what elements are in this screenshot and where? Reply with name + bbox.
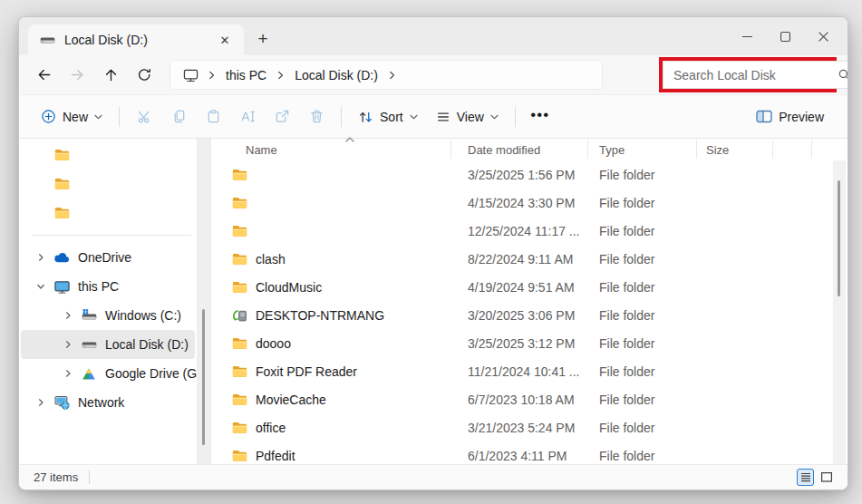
file-row[interactable]: 12/25/2024 11:17 ... File folder [211, 217, 847, 245]
item-icon [53, 249, 70, 266]
scrollbar-thumb[interactable] [838, 180, 840, 296]
sidebar-tree: OneDrive this PC Windows (C:) Local [19, 243, 197, 417]
sidebar-item-pinned-folder[interactable] [21, 141, 195, 170]
search-input[interactable] [673, 68, 838, 82]
sidebar-item-this-pc[interactable]: this PC [21, 272, 195, 301]
refresh-button[interactable] [129, 60, 160, 91]
column-header-name[interactable]: Name [211, 141, 451, 159]
chevron-right-icon[interactable] [35, 398, 46, 407]
divider [341, 107, 342, 127]
delete-button[interactable] [299, 102, 334, 132]
sidebar-scrollbar[interactable] [197, 139, 211, 464]
sort-button-label: Sort [380, 110, 403, 124]
column-header-date-modified[interactable]: Date modified [451, 141, 588, 159]
sort-ascending-icon [345, 137, 354, 142]
divider [119, 107, 120, 127]
large-icons-view-button[interactable] [818, 469, 835, 486]
divider [32, 235, 191, 236]
navigation-pane: OneDrive this PC Windows (C:) Local [19, 139, 197, 464]
view-button[interactable]: View [427, 102, 508, 132]
more-options-button[interactable]: ••• [523, 102, 557, 132]
file-list: Name Date modified Type Size 3/25/2025 1… [211, 139, 847, 464]
file-type: File folder [588, 336, 697, 351]
new-button[interactable]: New [32, 102, 111, 132]
minimize-button[interactable] [728, 23, 766, 50]
chevron-right-icon[interactable] [35, 253, 46, 262]
folder-icon [54, 207, 70, 219]
file-row[interactable]: 3/25/2025 1:56 PM File folder [211, 160, 847, 189]
file-row-desktop-ntrmang[interactable]: DESKTOP-NTRMANG 3/20/2025 3:06 PM File f… [211, 301, 847, 329]
sidebar-item-network[interactable]: Network [21, 388, 195, 417]
close-button[interactable] [804, 23, 842, 50]
chevron-right-icon[interactable] [63, 340, 73, 349]
chevron-right-icon[interactable] [63, 369, 73, 378]
file-name: Pdfedit [256, 449, 295, 463]
file-type: File folder [588, 252, 697, 267]
new-tab-button[interactable]: + [249, 25, 276, 53]
sort-button[interactable]: Sort [349, 102, 427, 132]
rename-button[interactable] [230, 102, 265, 132]
column-headers: Name Date modified Type Size [211, 139, 847, 160]
sidebar-pinned [19, 141, 197, 228]
chevron-right-icon[interactable] [63, 311, 73, 320]
items-count: 27 items [34, 470, 78, 484]
sidebar-item-pinned-folder[interactable] [21, 170, 195, 199]
file-row-office[interactable]: office 3/21/2023 5:24 PM File folder [211, 413, 847, 441]
sidebar-item-label: this PC [78, 279, 119, 294]
file-date: 3/25/2025 1:56 PM [451, 168, 588, 182]
chevron-right-icon[interactable] [35, 282, 46, 291]
file-row-foxit-pdf-reader[interactable]: Foxit PDF Reader 11/21/2024 10:41 ... Fi… [211, 357, 847, 385]
share-button[interactable] [265, 102, 299, 132]
back-button[interactable] [28, 60, 60, 91]
file-date: 12/25/2024 11:17 ... [451, 224, 588, 238]
file-row-clash[interactable]: clash 8/22/2024 9:11 AM File folder [211, 245, 847, 273]
scrollbar-thumb[interactable] [202, 309, 205, 445]
tab-close-icon[interactable]: ✕ [215, 30, 235, 50]
copy-button[interactable] [161, 102, 196, 132]
file-name: CloudMusic [256, 280, 322, 295]
address-bar[interactable]: this PC Local Disk (D:) [169, 60, 603, 90]
sidebar-item-local-disk-d[interactable]: Local Disk (D:) [21, 330, 195, 359]
breadcrumb-local-disk-d[interactable]: Local Disk (D:) [288, 65, 384, 85]
this-pc-monitor-icon[interactable] [178, 65, 204, 85]
chevron-right-icon [206, 71, 218, 80]
sidebar-item-onedrive[interactable]: OneDrive [21, 243, 195, 272]
file-icon [232, 364, 247, 378]
file-row-moviecache[interactable]: MovieCache 6/7/2023 10:18 AM File folder [211, 385, 847, 413]
column-header-size[interactable]: Size [697, 141, 773, 159]
divider [515, 107, 516, 127]
file-name: Foxit PDF Reader [256, 364, 357, 379]
command-toolbar: New Sort View [19, 95, 847, 139]
forward-button[interactable] [62, 60, 93, 91]
file-type: File folder [588, 308, 697, 323]
paste-button[interactable] [196, 102, 230, 132]
file-type: File folder [588, 224, 697, 238]
search-icon[interactable] [838, 68, 848, 82]
sidebar-item-windows-c[interactable]: Windows (C:) [21, 301, 195, 330]
column-header-type[interactable]: Type [588, 141, 697, 159]
file-name: doooo [256, 336, 291, 351]
up-button[interactable] [95, 60, 127, 91]
maximize-button[interactable] [766, 23, 804, 50]
ellipsis-icon: ••• [530, 106, 549, 124]
folder-icon [232, 393, 247, 406]
details-view-button[interactable] [797, 469, 814, 486]
file-row-doooo[interactable]: doooo 3/25/2025 3:12 PM File folder [211, 329, 847, 357]
file-date: 3/21/2023 5:24 PM [451, 421, 588, 435]
breadcrumb-this-pc[interactable]: this PC [219, 65, 273, 85]
sidebar-item-google-drive-g[interactable]: Google Drive (G:) [21, 359, 195, 388]
tab-local-disk-d[interactable]: Local Disk (D:) ✕ [28, 24, 244, 55]
sidebar-item-pinned-folder[interactable] [21, 199, 195, 228]
file-row[interactable]: 4/15/2024 3:30 PM File folder [211, 189, 847, 217]
file-icon [232, 252, 247, 266]
list-scrollbar[interactable] [833, 160, 846, 464]
folder-icon [232, 169, 247, 181]
preview-button[interactable]: Preview [747, 102, 833, 132]
search-box[interactable] [663, 61, 848, 89]
item-icon [53, 278, 70, 295]
cut-button[interactable] [127, 102, 161, 132]
file-row-pdfedit[interactable]: Pdfedit 6/1/2023 4:11 PM File folder [211, 441, 847, 470]
list-lines-icon [436, 110, 450, 124]
item-icon [53, 205, 70, 221]
file-row-cloudmusic[interactable]: CloudMusic 4/19/2024 9:51 AM File folder [211, 273, 847, 301]
